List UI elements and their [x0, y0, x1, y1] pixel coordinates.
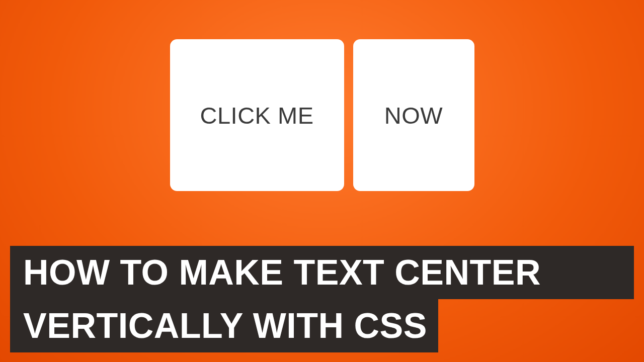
demo-cards-row: CLICK ME NOW — [0, 0, 644, 191]
thumbnail-title: HOW TO MAKE TEXT CENTER VERTICALLY WITH … — [10, 246, 634, 352]
title-line-1: HOW TO MAKE TEXT CENTER — [10, 246, 634, 299]
now-label: NOW — [384, 102, 443, 129]
click-me-card[interactable]: CLICK ME — [170, 39, 344, 191]
now-card[interactable]: NOW — [353, 39, 474, 191]
title-line-2: VERTICALLY WITH CSS — [10, 299, 438, 352]
click-me-label: CLICK ME — [200, 102, 314, 129]
